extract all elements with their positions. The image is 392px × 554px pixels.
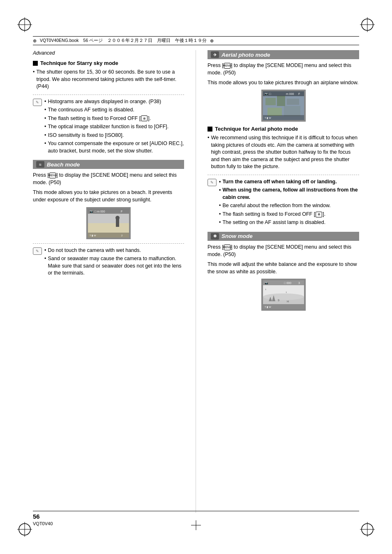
- header-bar: ⊕ VQT0V40ENG.book 56 ページ ２００６年２月２７日 月曜日 …: [33, 36, 359, 45]
- snow-camera-image: t t 9 H 📷 □ 000 3 T ▮ W: [261, 279, 306, 311]
- svg-rect-18: [88, 209, 129, 214]
- note-box-1: ✎ Histograms are always displayed in ora…: [33, 95, 184, 156]
- aerial-camera-preview-wrap: 📷 □ m 000 F T ▮ W: [208, 90, 359, 122]
- menu-icon-aerial: MENU: [224, 63, 231, 69]
- svg-text:□ m 000: □ m 000: [95, 210, 105, 213]
- snow-mode-icon: ❄: [211, 233, 219, 240]
- note-3-bullet-5: The setting on the AF assist lamp is dis…: [219, 219, 359, 226]
- svg-text:F: F: [298, 92, 300, 95]
- svg-text:📷: 📷: [265, 281, 268, 285]
- note-content-1: Histograms are always displayed in orang…: [44, 98, 184, 156]
- svg-text:F: F: [121, 210, 122, 213]
- right-column: ✈ Aerial photo mode Press [MENU] to disp…: [208, 50, 359, 513]
- svg-text:T    ▮    W: T ▮ W: [265, 117, 271, 119]
- note-1-bullets: Histograms are always displayed in orang…: [44, 98, 184, 155]
- aerial-technique-heading: Technique for Aerial photo mode: [208, 126, 359, 132]
- menu-icon-beach: MENU: [49, 173, 56, 178]
- note-icon-3: ✎: [208, 179, 217, 186]
- section-label: Advanced: [33, 50, 184, 56]
- snow-camera-preview-wrap: t t 9 H 📷 □ 000 3 T ▮ W: [208, 279, 359, 311]
- note-1-bullet-2: The continuous AF setting is disabled.: [44, 106, 184, 114]
- note-2-bullet-1: Do not touch the camera with wet hands.: [44, 247, 184, 254]
- note-icon-2: ✎: [33, 247, 42, 255]
- note-icon-1: ✎: [33, 99, 42, 106]
- note-2-bullet-2: Sand or seawater may cause the camera to…: [44, 255, 184, 277]
- corner-mark-tr: [360, 17, 375, 32]
- svg-text:📷: 📷: [90, 210, 93, 213]
- svg-rect-28: [265, 98, 276, 105]
- aerial-camera-image: 📷 □ m 000 F T ▮ W: [261, 90, 306, 122]
- aerial-technique-bullet-1: We recommend using this technique if it …: [208, 134, 359, 171]
- starry-sky-bullet-1: The shutter opens for 15, 30 or 60 secon…: [33, 69, 184, 90]
- bottom-center-crosshair: [191, 520, 201, 531]
- svg-text:3: 3: [298, 282, 300, 284]
- aerial-mode-icon: ✈: [211, 51, 219, 58]
- page-number: 56: [33, 513, 53, 520]
- svg-text:T    ▮    W: T ▮ W: [265, 306, 271, 308]
- column-divider: [196, 50, 196, 513]
- svg-rect-31: [267, 108, 282, 116]
- note-box-2: ✎ Do not touch the camera with wet hands…: [33, 243, 184, 278]
- left-column: Advanced Technique for Starry sky mode T…: [33, 50, 184, 513]
- svg-point-17: [115, 216, 120, 220]
- page-wrapper: ⊕ VQT0V40ENG.book 56 ページ ２００６年２月２７日 月曜日 …: [0, 0, 392, 554]
- heading-square-icon: [33, 61, 38, 66]
- svg-text:m 000: m 000: [286, 92, 294, 95]
- corner-mark-tl: [17, 17, 32, 32]
- beach-camera-preview-wrap: 📷 □ m 000 F T ▮ W 2: [33, 207, 184, 239]
- beach-mode-icon: ≈: [36, 161, 44, 168]
- svg-text:H: H: [287, 300, 289, 303]
- svg-rect-30: [287, 99, 299, 105]
- flash-off-icon-2: ⊗: [316, 212, 322, 217]
- svg-text:📷 □: 📷 □: [265, 92, 271, 96]
- svg-text:9: 9: [278, 299, 279, 302]
- aerial-para-1: Press [MENU] to display the [SCENE MODE]…: [208, 62, 359, 76]
- header-crosshair-left: ⊕: [33, 38, 37, 43]
- note-3-bullet-3: Be careful about the reflection from the…: [219, 202, 359, 210]
- aerial-para-2: This mode allows you to take pictures th…: [208, 79, 359, 86]
- snow-para-1: Press [MENU] to display the [SCENE MODE]…: [208, 243, 359, 258]
- note-3-bullet-4: The flash setting is fixed to Forced OFF…: [219, 211, 359, 218]
- heading-square-icon-aerial: [208, 127, 212, 132]
- note-1-bullet-6: You cannot compensate the exposure or se…: [44, 140, 184, 155]
- starry-sky-bullets: The shutter opens for 15, 30 or 60 secon…: [33, 69, 184, 90]
- corner-mark-br: [360, 522, 375, 537]
- svg-rect-32: [284, 106, 300, 116]
- svg-point-43: [263, 293, 304, 300]
- note-1-bullet-3: The flash setting is fixed to Forced OFF…: [44, 115, 184, 122]
- note-3-bullets: Turn the camera off when taking off or l…: [219, 178, 359, 226]
- svg-rect-29: [277, 96, 285, 106]
- menu-icon-snow: MENU: [224, 245, 231, 250]
- page-code: VQT0V40: [33, 521, 53, 526]
- aerial-technique-bullets: We recommend using this technique if it …: [208, 134, 359, 171]
- beach-para-1: Press [MENU] to display the [SCENE MODE]…: [33, 171, 184, 186]
- svg-text:T    ▮    W: T ▮ W: [90, 234, 96, 237]
- note-3-bullet-2: When using the camera, follow all instru…: [219, 187, 359, 201]
- note-1-bullet-4: The optical image stabilizer function is…: [44, 123, 184, 131]
- aerial-mode-header: ✈ Aerial photo mode: [208, 50, 359, 59]
- starry-sky-heading: Technique for Starry sky mode: [33, 60, 184, 66]
- content-area: Advanced Technique for Starry sky mode T…: [33, 50, 359, 513]
- note-3-bullet-1: Turn the camera off when taking off or l…: [219, 178, 359, 186]
- footer-left: 56 VQT0V40: [33, 513, 53, 526]
- note-content-3: Turn the camera off when taking off or l…: [219, 178, 359, 228]
- corner-mark-bl: [17, 522, 32, 537]
- header-text: ⊕ VQT0V40ENG.book 56 ページ ２００６年２月２７日 月曜日 …: [33, 38, 214, 44]
- header-crosshair-right: ⊕: [210, 38, 214, 43]
- svg-text:□ 000: □ 000: [284, 282, 291, 284]
- note-box-3: ✎ Turn the camera off when taking off or…: [208, 175, 359, 228]
- beach-mode-header: ≈ Beach mode: [33, 160, 184, 169]
- beach-camera-image: 📷 □ m 000 F T ▮ W 2: [86, 207, 131, 239]
- svg-rect-50: [263, 280, 304, 285]
- note-1-bullet-1: Histograms are always displayed in orang…: [44, 98, 184, 106]
- snow-para-2: This mode will adjust the white balance …: [208, 261, 359, 275]
- flash-off-icon: ⊗: [141, 115, 148, 121]
- note-content-2: Do not touch the camera with wet hands. …: [44, 247, 184, 278]
- note-1-bullet-5: ISO sensitivity is fixed to [ISO80].: [44, 132, 184, 139]
- beach-para-2: This mode allows you to take pictures on…: [33, 189, 184, 203]
- note-2-bullets: Do not touch the camera with wet hands. …: [44, 247, 184, 277]
- snow-mode-header: ❄ Snow mode: [208, 232, 359, 241]
